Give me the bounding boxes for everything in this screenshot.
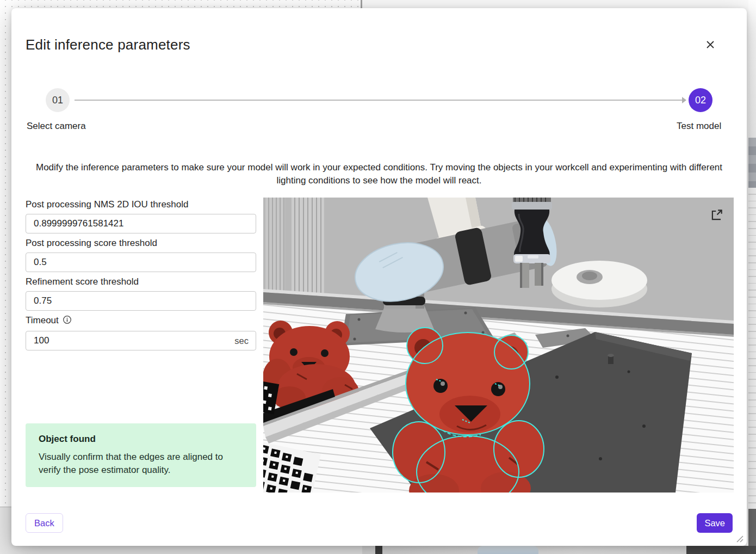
open-in-new-icon xyxy=(710,208,724,222)
refinement-score-threshold-field xyxy=(26,291,256,311)
nms-iou-threshold-field xyxy=(26,214,256,233)
refinement-score-threshold-label: Refinement score threshold xyxy=(26,276,256,288)
post-score-threshold-field xyxy=(26,253,256,272)
model-test-viewport xyxy=(263,198,734,493)
step-indicator-select-camera[interactable]: 01 xyxy=(46,88,70,112)
step-label-test-model: Test model xyxy=(677,121,721,132)
nms-iou-threshold-label: Post processing NMS 2D IOU threshold xyxy=(26,199,256,211)
step-label-select-camera: Select camera xyxy=(27,121,86,132)
teddy-bear-detected xyxy=(393,328,544,493)
step-connector xyxy=(75,100,683,101)
object-found-alert: Object found Visually confirm that the e… xyxy=(26,423,256,487)
open-in-new-button[interactable] xyxy=(709,208,724,223)
scene-bottom-dark-area xyxy=(686,546,756,554)
nms-iou-threshold-input[interactable] xyxy=(26,214,256,233)
timeout-label: Timeout xyxy=(26,315,256,328)
timeout-input[interactable] xyxy=(26,331,256,350)
refinement-score-threshold-input[interactable] xyxy=(26,291,256,311)
scene-strip-band xyxy=(748,138,756,188)
scene-bottom-object xyxy=(478,546,538,554)
scene-bottom-notch xyxy=(375,546,382,554)
inference-parameters-form: Post processing NMS 2D IOU threshold Pos… xyxy=(26,199,256,354)
workcell-render xyxy=(263,198,734,493)
close-icon xyxy=(705,39,716,50)
step-indicator-test-model[interactable]: 02 xyxy=(689,88,712,112)
dialog-description: Modify the inference parameters to make … xyxy=(35,161,723,187)
resize-handle[interactable] xyxy=(735,534,744,543)
info-icon[interactable] xyxy=(63,315,72,328)
page: Edit inference parameters 01 02 Select c… xyxy=(0,0,756,554)
dialog-title: Edit inference parameters xyxy=(26,36,190,53)
post-score-threshold-input[interactable] xyxy=(26,253,256,272)
step-connector-arrow-icon xyxy=(682,97,686,103)
alert-title: Object found xyxy=(39,434,243,445)
background-scene-bottom xyxy=(362,546,756,554)
scene-strip-slats xyxy=(748,188,756,509)
background-scene-strip xyxy=(748,0,756,554)
post-score-threshold-label: Post processing score threshold xyxy=(26,237,256,249)
timeout-label-text: Timeout xyxy=(26,315,59,325)
timeout-field: sec xyxy=(26,331,256,350)
edit-inference-parameters-dialog: Edit inference parameters 01 02 Select c… xyxy=(11,8,747,546)
save-button[interactable]: Save xyxy=(697,513,733,533)
white-spool xyxy=(551,261,647,307)
alert-message: Visually confirm that the edges are alig… xyxy=(39,451,243,477)
close-button[interactable] xyxy=(701,35,720,54)
back-button[interactable]: Back xyxy=(26,513,63,533)
scene-strip-top xyxy=(748,0,756,138)
timeout-unit-suffix: sec xyxy=(234,336,249,346)
